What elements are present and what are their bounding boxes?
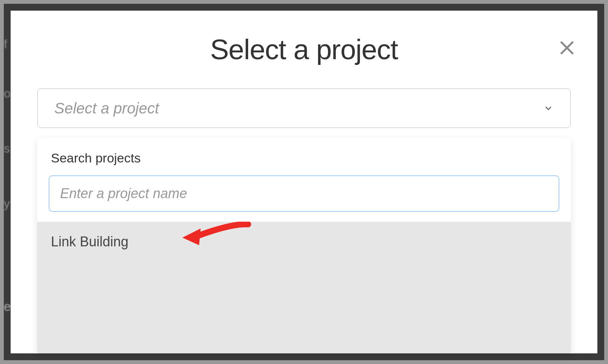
- search-projects-input[interactable]: [49, 175, 559, 212]
- outer-frame: f o s y eo Select a project Select a: [0, 0, 608, 364]
- modal-body: Select a project Search projects Link Bu…: [11, 88, 597, 353]
- results-list: Link Building: [37, 222, 571, 353]
- result-item-label: Link Building: [51, 234, 128, 250]
- svg-marker-3: [182, 228, 201, 245]
- background-fragment: y: [4, 197, 10, 210]
- background-fragment: f: [4, 38, 7, 50]
- background-fragment: s: [4, 142, 10, 154]
- modal-title: Select a project: [37, 33, 571, 66]
- result-item-link-building[interactable]: Link Building: [37, 222, 571, 353]
- select-placeholder: Select a project: [54, 100, 159, 117]
- select-project-modal: Select a project Select a project: [11, 11, 597, 353]
- modal-header: Select a project: [11, 26, 597, 88]
- dropdown-panel: Search projects Link Building: [37, 138, 571, 353]
- background-fragment: o: [4, 87, 11, 99]
- chevron-down-icon: [543, 103, 554, 113]
- search-projects-label: Search projects: [49, 151, 559, 165]
- project-select-trigger[interactable]: Select a project: [37, 88, 571, 128]
- close-button[interactable]: [556, 36, 578, 59]
- annotation-arrow: [178, 222, 254, 253]
- close-icon: [558, 39, 576, 57]
- backdrop: f o s y eo Select a project Select a: [4, 4, 604, 360]
